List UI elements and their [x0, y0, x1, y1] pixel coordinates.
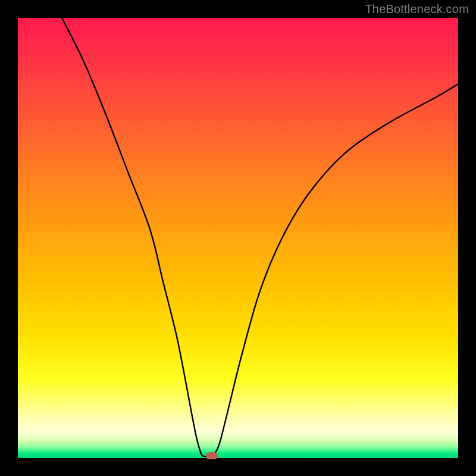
- watermark-text: TheBottleneck.com: [365, 2, 469, 16]
- optimum-marker-icon: [206, 452, 218, 459]
- plot-area: [18, 18, 458, 458]
- bottleneck-curve: [18, 18, 458, 458]
- chart-frame: TheBottleneck.com: [0, 0, 476, 476]
